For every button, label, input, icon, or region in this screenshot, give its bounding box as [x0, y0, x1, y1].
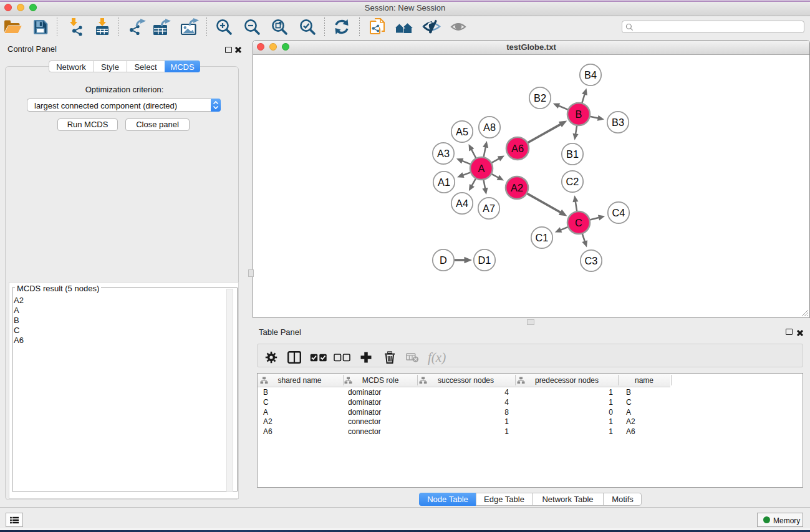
svg-text:C: C: [575, 217, 582, 228]
svg-text:A8: A8: [483, 122, 496, 133]
svg-text:D1: D1: [478, 254, 491, 266]
svg-text:C1: C1: [536, 232, 549, 243]
svg-text:A5: A5: [456, 126, 468, 137]
svg-text:A6: A6: [511, 143, 524, 154]
svg-text:C2: C2: [566, 176, 579, 187]
svg-text:C3: C3: [585, 255, 598, 266]
svg-text:A2: A2: [511, 182, 523, 193]
svg-text:B3: B3: [612, 117, 624, 128]
svg-text:A1: A1: [438, 177, 450, 188]
svg-text:B: B: [576, 109, 582, 120]
svg-text:B2: B2: [534, 92, 546, 104]
svg-text:B1: B1: [566, 148, 579, 160]
svg-text:A3: A3: [437, 148, 450, 159]
svg-text:C4: C4: [612, 207, 625, 218]
svg-text:D: D: [440, 254, 447, 266]
svg-text:B4: B4: [584, 69, 597, 80]
svg-text:A4: A4: [456, 198, 468, 209]
svg-text:A: A: [478, 163, 485, 174]
svg-text:A7: A7: [483, 203, 495, 214]
